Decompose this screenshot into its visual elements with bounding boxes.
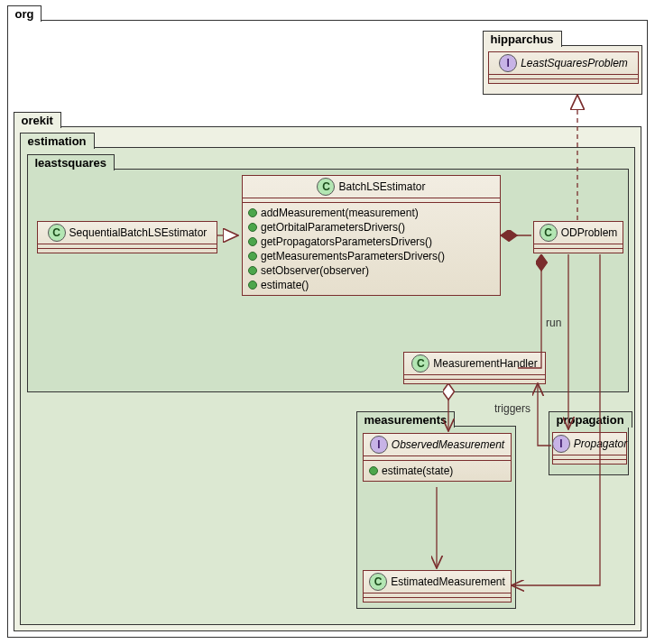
package-propagation-tab: propagation: [549, 411, 632, 428]
class-batchlsestimator: C BatchLSEstimator addMeasurement(measur…: [242, 175, 501, 296]
method: getPropagatorsParametersDrivers(): [261, 235, 432, 248]
visibility-icon: [248, 281, 257, 290]
package-leastsquares-tab: leastsquares: [27, 154, 115, 170]
label-run: run: [546, 317, 561, 329]
class-observedmeasurement: I ObservedMeasurement estimate(state): [363, 433, 512, 482]
class-icon: C: [369, 573, 387, 591]
label-triggers: triggers: [494, 402, 530, 415]
visibility-icon: [248, 223, 257, 232]
class-propagator: I Propagator: [552, 432, 627, 465]
interface-icon: I: [552, 435, 570, 453]
method: addMeasurement(measurement): [261, 207, 419, 219]
class-name: ODProblem: [561, 226, 618, 239]
class-name: BatchLSEstimator: [338, 180, 425, 193]
method-row: getPropagatorsParametersDrivers(): [248, 235, 494, 249]
package-measurements: measurements I ObservedMeasurement estim…: [356, 426, 516, 609]
interface-icon: I: [499, 54, 517, 72]
class-sequentialbatchlsestimator: C SequentialBatchLSEstimator: [37, 221, 217, 253]
class-measurementhandler: C MeasurementHandler: [403, 352, 546, 384]
method: getOrbitalParametersDrivers(): [261, 221, 405, 234]
method-row: getOrbitalParametersDrivers(): [248, 220, 494, 235]
method: setObserver(observer): [261, 264, 369, 277]
class-name: ObservedMeasurement: [392, 438, 504, 451]
visibility-icon: [248, 266, 257, 275]
package-hipparchus-tab: hipparchus: [483, 31, 562, 47]
method-row: estimate(): [248, 278, 494, 292]
class-name: SequentialBatchLSEstimator: [69, 226, 208, 239]
package-propagation: propagation I Propagator: [549, 426, 629, 475]
package-orekit-tab: orekit: [14, 112, 61, 128]
method-row: setObserver(observer): [248, 263, 494, 278]
package-measurements-tab: measurements: [356, 411, 456, 428]
visibility-icon: [248, 252, 257, 261]
class-name: EstimatedMeasurement: [391, 575, 505, 588]
class-icon: C: [317, 178, 335, 196]
class-icon: C: [411, 354, 429, 373]
package-leastsquares: leastsquares C SequentialBatchLSEstimato…: [27, 169, 629, 392]
visibility-icon: [369, 466, 378, 475]
package-estimation-tab: estimation: [20, 133, 95, 149]
class-icon: C: [48, 224, 66, 242]
class-estimatedmeasurement: C EstimatedMeasurement: [363, 570, 512, 603]
visibility-icon: [248, 237, 257, 246]
method: estimate(): [261, 279, 309, 291]
class-name: LeastSquaresProblem: [521, 57, 628, 69]
interface-icon: I: [370, 436, 388, 454]
method-row: addMeasurement(measurement): [248, 206, 494, 220]
class-name: MeasurementHandler: [433, 357, 537, 370]
method-row: estimate(state): [369, 464, 505, 478]
visibility-icon: [248, 208, 257, 217]
package-hipparchus: hipparchus I LeastSquaresProblem: [483, 45, 642, 95]
class-leastsquaresproblem: I LeastSquaresProblem: [488, 51, 639, 84]
class-odproblem: C ODProblem: [533, 221, 623, 253]
class-name: Propagator: [574, 437, 627, 450]
method: getMeasurementsParametersDrivers(): [261, 250, 445, 262]
package-org-tab: org: [7, 5, 42, 22]
class-icon: C: [540, 224, 558, 242]
method-row: getMeasurementsParametersDrivers(): [248, 249, 494, 263]
method: estimate(state): [382, 465, 453, 477]
